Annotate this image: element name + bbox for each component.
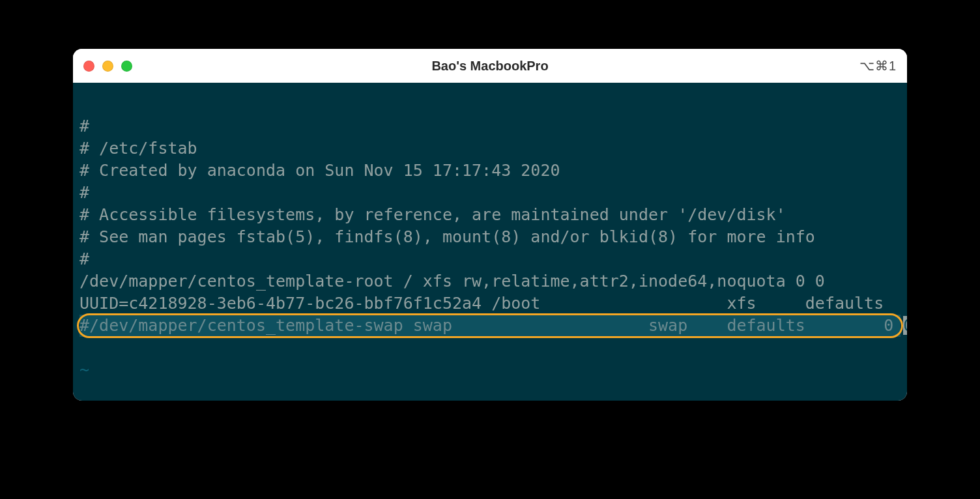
terminal-line: # <box>79 117 89 135</box>
terminal-window: Bao's MacbookPro ⌥⌘1 # # /etc/fstab # Cr… <box>73 49 907 401</box>
terminal-line: # Created by anaconda on Sun Nov 15 17:1… <box>79 161 560 180</box>
terminal-line: # <box>79 250 89 268</box>
terminal-line: # Accessible filesystems, by reference, … <box>79 205 786 224</box>
highlighted-line: #/dev/mapper/centos_template-swap swap s… <box>79 315 901 337</box>
titlebar: Bao's MacbookPro ⌥⌘1 <box>73 49 907 83</box>
maximize-button[interactable] <box>121 61 132 72</box>
terminal-content[interactable]: # # /etc/fstab # Created by anaconda on … <box>73 83 907 401</box>
traffic-lights <box>83 61 132 72</box>
terminal-line: # See man pages fstab(5), findfs(8), mou… <box>79 227 815 246</box>
terminal-line: /dev/mapper/centos_template-root / xfs r… <box>79 272 825 291</box>
highlighted-text-pre: #/dev/mapper/centos_template-swap swap s… <box>79 316 903 335</box>
highlighted-line-wrap: #/dev/mapper/centos_template-swap swap s… <box>79 315 901 337</box>
terminal-line: # /etc/fstab <box>79 139 197 158</box>
close-button[interactable] <box>83 61 94 72</box>
window-shortcut: ⌥⌘1 <box>859 58 897 74</box>
cursor: 0 <box>903 316 907 335</box>
terminal-line: # <box>79 183 89 202</box>
window-title: Bao's MacbookPro <box>431 59 548 74</box>
minimize-button[interactable] <box>102 61 113 72</box>
vim-tilde: ~ <box>79 360 89 379</box>
terminal-line: UUID=c4218928-3eb6-4b77-bc26-bbf76f1c52a… <box>79 294 907 313</box>
